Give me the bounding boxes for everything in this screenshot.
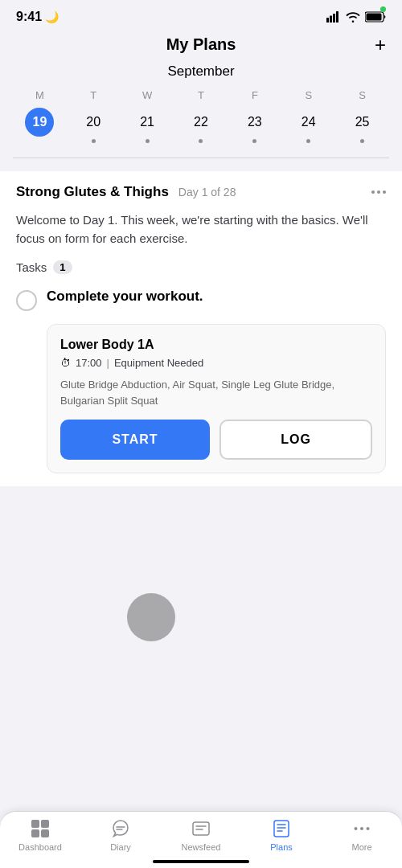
status-time: 9:41 [16,10,42,24]
svg-point-14 [367,827,370,830]
tasks-label: Tasks [16,260,47,274]
page-title: My Plans [166,35,236,54]
finger-overlay [127,593,175,641]
cal-day-num-22: 22 [187,108,215,137]
cal-dot-21 [146,139,150,143]
cal-header-sat: S [281,88,335,106]
green-dot [380,6,386,12]
status-bar: 9:41 🌙 [0,0,402,29]
clock-icon: ⏱ [60,357,71,369]
calendar-grid: M T W T F S S 19 20 21 22 23 [13,88,389,145]
plan-more-button[interactable] [371,190,386,194]
plan-title: Strong Glutes & Thighs [16,184,169,200]
workout-card: Lower Body 1A ⏱ 17:00 | Equipment Needed… [47,324,386,473]
cal-header-fri: F [228,88,281,106]
tab-more-label: More [351,842,371,852]
svg-rect-10 [193,822,209,835]
dashboard-icon [30,818,51,839]
svg-rect-0 [326,18,329,23]
svg-rect-11 [274,821,289,837]
workout-buttons: START LOG [60,420,372,460]
tab-bar: Dashboard Diary Newsfeed Plans More [0,811,402,868]
cal-header-thu: T [174,88,228,106]
more-icon [351,818,372,839]
add-plan-button[interactable]: + [375,34,386,56]
task-label: Complete your workout. [47,289,203,305]
tab-newsfeed-label: Newsfeed [182,842,221,852]
workout-equipment: Equipment Needed [114,357,203,369]
calendar-month: September [13,63,389,80]
cal-day-num-20: 20 [79,108,108,137]
home-indicator [153,860,249,863]
cal-day-num-23: 23 [240,108,269,137]
task-checkbox[interactable] [16,290,37,311]
tasks-row: Tasks 1 [16,260,386,274]
svg-rect-9 [41,829,49,837]
tab-plans-label: Plans [270,842,293,852]
svg-point-12 [355,827,358,830]
newsfeed-icon [191,818,211,839]
workout-meta: ⏱ 17:00 | Equipment Needed [60,357,372,369]
cal-dot-25 [360,139,364,143]
tab-plans[interactable]: Plans [257,818,306,852]
log-button[interactable]: LOG [219,420,372,460]
cal-day-num-19: 19 [25,108,54,137]
tab-diary-label: Diary [110,842,131,852]
cal-day-23[interactable]: 23 [228,106,281,145]
moon-icon: 🌙 [45,10,59,23]
cal-day-21[interactable]: 21 [121,106,174,145]
plan-title-group: Strong Glutes & Thighs Day 1 of 28 [16,184,236,200]
cal-day-19[interactable]: 19 [13,106,67,145]
cal-day-24[interactable]: 24 [281,106,335,145]
cal-day-20[interactable]: 20 [67,106,121,145]
tab-newsfeed[interactable]: Newsfeed [177,818,225,852]
task-row: Complete your workout. [16,289,386,311]
svg-rect-2 [333,14,335,23]
cal-dot-22 [199,139,203,143]
tab-dashboard[interactable]: Dashboard [16,818,64,852]
svg-rect-8 [31,829,39,837]
plan-header: Strong Glutes & Thighs Day 1 of 28 [16,184,386,200]
cal-dot-20 [92,139,96,143]
svg-rect-7 [41,820,49,828]
cal-header-tue: T [67,88,121,106]
wifi-icon [346,11,360,23]
tasks-badge: 1 [53,260,72,274]
calendar-section: September M T W T F S S 19 20 21 22 [0,63,402,158]
cal-day-num-25: 25 [348,108,377,137]
cal-day-22[interactable]: 22 [174,106,228,145]
cal-header-wed: W [121,88,174,106]
cal-day-num-21: 21 [133,108,162,137]
diary-icon [110,818,131,839]
battery-icon [365,11,386,23]
plan-description: Welcome to Day 1. This week, we're start… [16,211,386,248]
workout-card-title: Lower Body 1A [60,338,372,352]
svg-rect-6 [31,820,39,828]
workout-time: 17:00 [76,357,102,369]
tab-more[interactable]: More [338,818,386,852]
svg-rect-1 [330,16,332,23]
svg-rect-5 [367,14,382,21]
status-icons [326,11,386,23]
bottom-spacer [0,486,402,615]
workout-exercises: Glute Bridge Abduction, Air Squat, Singl… [60,377,372,408]
plans-icon [271,818,292,839]
svg-point-13 [360,827,363,830]
tab-dashboard-label: Dashboard [18,842,62,852]
cal-day-25[interactable]: 25 [335,106,389,145]
cal-dot-23 [252,139,256,143]
header: My Plans + [0,29,402,63]
workout-separator: | [107,357,109,369]
cal-day-num-24: 24 [294,108,323,137]
cal-dot-24 [306,139,310,143]
plan-section: Strong Glutes & Thighs Day 1 of 28 Welco… [0,171,402,486]
divider-calendar [13,158,389,158]
start-button[interactable]: START [60,420,210,460]
cal-header-sun: S [335,88,389,106]
cal-dot-19 [38,139,42,143]
plan-day-label: Day 1 of 28 [178,186,236,199]
tab-diary[interactable]: Diary [96,818,145,852]
svg-rect-3 [336,11,338,23]
signal-icon [326,11,341,23]
cal-header-mon: M [13,88,67,106]
